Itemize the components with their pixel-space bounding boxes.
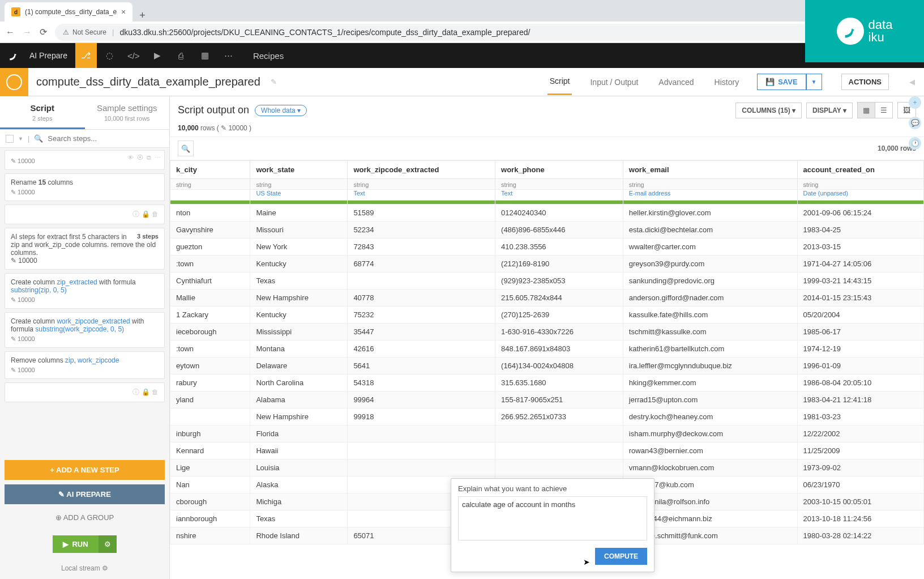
add-group-button[interactable]: ⊕ ADD A GROUP: [5, 509, 165, 526]
display-dropdown[interactable]: DISPLAY ▾: [806, 103, 853, 118]
table-cell[interactable]: 1981-03-23: [797, 408, 923, 425]
table-cell[interactable]: Maine: [250, 205, 348, 222]
view-list-icon[interactable]: ☰: [875, 103, 892, 118]
column-header[interactable]: account_created_on: [797, 161, 923, 179]
table-cell[interactable]: 75232: [348, 306, 495, 323]
code-nav-icon[interactable]: </>: [123, 43, 144, 68]
table-cell[interactable]: 2013-10-18 11:24:56: [797, 510, 923, 527]
table-cell[interactable]: [495, 459, 623, 476]
column-meaning[interactable]: Text: [348, 190, 495, 201]
step-workzip-extract[interactable]: Create column work_zipcode_extracted wit…: [5, 312, 165, 348]
table-cell[interactable]: Alabama: [250, 391, 348, 408]
table-row[interactable]: ntonMaine5158901240240340heller.kirstin@…: [170, 205, 924, 222]
column-meaning[interactable]: E-mail address: [623, 190, 797, 201]
add-step-button[interactable]: + ADD A NEW STEP: [5, 460, 165, 480]
table-cell[interactable]: 1986-08-04 20:05:10: [797, 374, 923, 391]
table-cell[interactable]: Mallie: [170, 290, 250, 306]
script-subtab-script[interactable]: Script 2 steps: [0, 96, 85, 129]
table-row[interactable]: GavynshireMissouri52234(486)896-6855x446…: [170, 222, 924, 239]
table-cell[interactable]: cborough: [170, 493, 250, 510]
column-header[interactable]: work_phone: [495, 161, 623, 179]
run-settings-button[interactable]: ⚙: [99, 535, 117, 553]
table-cell[interactable]: [348, 425, 495, 442]
table-cell[interactable]: 35447: [348, 323, 495, 340]
table-cell[interactable]: 1974-12-19: [797, 340, 923, 357]
tab-history[interactable]: History: [712, 70, 742, 95]
step-rename[interactable]: Rename 15 columns ✎ 10000: [5, 173, 165, 201]
table-row[interactable]: inburghFloridaisham.murphy@deckow.com12/…: [170, 425, 924, 442]
home-bird-icon[interactable]: [6, 48, 22, 63]
grid-nav-icon[interactable]: ▦: [194, 43, 216, 68]
more-icon[interactable]: ⋯: [155, 154, 161, 161]
steps-search-input[interactable]: [48, 134, 164, 143]
table-cell[interactable]: 99964: [348, 391, 495, 408]
tab-script[interactable]: Script: [547, 69, 572, 95]
table-cell[interactable]: 1983-04-21 12:41:18: [797, 391, 923, 408]
table-cell[interactable]: Kentucky: [250, 306, 348, 323]
close-icon[interactable]: ×: [121, 7, 126, 16]
print-nav-icon[interactable]: ⎙: [170, 43, 192, 68]
table-cell[interactable]: :town: [170, 256, 250, 273]
table-cell[interactable]: nton: [170, 205, 250, 222]
table-cell[interactable]: Lige: [170, 459, 250, 476]
reload-icon[interactable]: ⟳: [40, 27, 47, 37]
table-cell[interactable]: 1983-04-25: [797, 222, 923, 239]
tab-advanced[interactable]: Advanced: [656, 70, 696, 95]
table-cell[interactable]: [495, 425, 623, 442]
back-icon[interactable]: ←: [6, 27, 15, 37]
table-cell[interactable]: Mississippi: [250, 323, 348, 340]
table-row[interactable]: raburyNorth Carolina54318315.635.1680hki…: [170, 374, 924, 391]
table-cell[interactable]: heller.kirstin@glover.com: [623, 205, 797, 222]
breadcrumb[interactable]: Recipes: [253, 51, 284, 61]
flow-icon[interactable]: ⎇: [75, 43, 97, 68]
table-cell[interactable]: (164)134-0024x04808: [495, 357, 623, 374]
table-cell[interactable]: 848.167.8691x84803: [495, 340, 623, 357]
table-cell[interactable]: 5641: [348, 357, 495, 374]
table-cell[interactable]: Nan: [170, 476, 250, 493]
table-cell[interactable]: wwalter@carter.com: [623, 239, 797, 256]
table-cell[interactable]: 1980-03-28 02:14:22: [797, 527, 923, 544]
table-cell[interactable]: 1 Zackary: [170, 306, 250, 323]
table-cell[interactable]: 99918: [348, 408, 495, 425]
table-cell[interactable]: Texas: [250, 510, 348, 527]
table-cell[interactable]: ira.leffler@mcglynndubuque.biz: [623, 357, 797, 374]
actions-button[interactable]: ACTIONS: [841, 74, 889, 90]
table-cell[interactable]: 51589: [348, 205, 495, 222]
table-cell[interactable]: (929)923-2385x053: [495, 273, 623, 290]
table-cell[interactable]: isham.murphy@deckow.com: [623, 425, 797, 442]
table-cell[interactable]: esta.dicki@bechtelar.com: [623, 222, 797, 239]
forward-icon[interactable]: →: [23, 27, 32, 37]
run-button[interactable]: ▶ RUN: [53, 535, 98, 553]
table-cell[interactable]: guezton: [170, 239, 250, 256]
table-cell[interactable]: destry.koch@heaney.com: [623, 408, 797, 425]
table-cell[interactable]: :town: [170, 340, 250, 357]
save-button[interactable]: 💾 SAVE: [757, 74, 806, 90]
table-cell[interactable]: Texas: [250, 273, 348, 290]
table-row[interactable]: gueztonNew York72843410.238.3556wwalter@…: [170, 239, 924, 256]
tab-io[interactable]: Input / Output: [588, 70, 640, 95]
ai-prepare-button[interactable]: ✎ AI PREPARE: [5, 484, 165, 504]
table-cell[interactable]: 215.605.7824x844: [495, 290, 623, 306]
ai-prompt-input[interactable]: [458, 496, 647, 540]
step-group-ai[interactable]: 3 steps AI steps for extract first 5 cha…: [5, 228, 165, 270]
table-cell[interactable]: (486)896-6855x446: [495, 222, 623, 239]
column-meaning[interactable]: Text: [495, 190, 623, 201]
table-cell[interactable]: New Hampshire: [250, 290, 348, 306]
table-cell[interactable]: 1985-06-17: [797, 323, 923, 340]
table-row[interactable]: eytownDelaware5641(164)134-0024x04808ira…: [170, 357, 924, 374]
step-zip-extract[interactable]: Create column zip_extracted with formula…: [5, 273, 165, 309]
table-cell[interactable]: [348, 459, 495, 476]
table-cell[interactable]: katherin61@bartellkutch.com: [623, 340, 797, 357]
table-row[interactable]: :townMontana42616848.167.8691x84803kathe…: [170, 340, 924, 357]
table-row[interactable]: :townKentucky68774(212)169-8190greyson39…: [170, 256, 924, 273]
table-row[interactable]: CynthiafurtTexas(929)923-2385x053sankund…: [170, 273, 924, 290]
table-cell[interactable]: [348, 273, 495, 290]
table-row[interactable]: MallieNew Hampshire40778215.605.7824x844…: [170, 290, 924, 306]
save-dropdown[interactable]: ▼: [806, 74, 822, 90]
column-header[interactable]: k_city: [170, 161, 250, 179]
table-cell[interactable]: jerrad15@upton.com: [623, 391, 797, 408]
table-search-button[interactable]: 🔍: [178, 141, 194, 156]
table-cell[interactable]: yland: [170, 391, 250, 408]
table-cell[interactable]: 155-817-9065x251: [495, 391, 623, 408]
compute-button[interactable]: COMPUTE: [595, 548, 647, 565]
